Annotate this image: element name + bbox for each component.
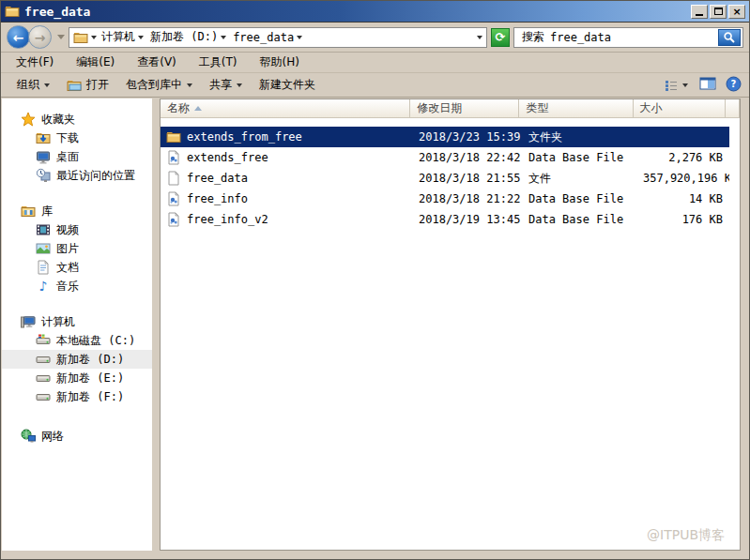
- menu-file[interactable]: 文件(F): [7, 53, 63, 72]
- sidebar-item-desktop[interactable]: 桌面: [2, 147, 152, 166]
- search-input[interactable]: free_data: [550, 31, 712, 44]
- address-bar[interactable]: 计算机 新加卷 (D:) free_data: [69, 27, 487, 48]
- file-type: Data Base File: [522, 192, 636, 205]
- sidebar-item-local-disk-c[interactable]: 本地磁盘 (C:): [2, 331, 152, 350]
- command-toolbar: 组织 打开 包含到库中 共享 新建文件夹: [1, 73, 749, 98]
- maximize-button[interactable]: [710, 5, 727, 19]
- minimize-icon: [696, 14, 703, 16]
- chevron-down-icon: [187, 83, 192, 87]
- file-row-free-data[interactable]: free_data 2018/3/18 21:55 文件 357,920,196…: [161, 168, 729, 189]
- file-rows: extends_from_free 2018/3/23 15:39 文件夹 ex…: [161, 127, 740, 230]
- sidebar-item-videos[interactable]: 视频: [2, 220, 152, 239]
- organize-button[interactable]: 组织: [8, 74, 58, 96]
- sidebar-label: 音乐: [56, 279, 79, 295]
- breadcrumb-arrow-icon[interactable]: [138, 36, 144, 39]
- main-area: 收藏夹 下载 桌面 最近访问的位置: [2, 98, 748, 558]
- forward-button[interactable]: →: [28, 25, 52, 49]
- menu-tools[interactable]: 工具(T): [190, 53, 247, 72]
- column-label: 类型: [526, 100, 548, 116]
- pane-divider[interactable]: [152, 98, 160, 551]
- sidebar-label: 新加卷 (F:): [56, 389, 124, 405]
- file-icon: [166, 171, 181, 186]
- menu-view[interactable]: 查看(V): [128, 53, 186, 72]
- navigation-bar: ← → 计算机 新加卷 (D:) free_data ⟳ 搜索 free_dat…: [1, 23, 749, 53]
- chevron-down-icon: [237, 83, 242, 87]
- sidebar-label: 下载: [56, 130, 79, 146]
- star-icon: [21, 112, 36, 127]
- search-button[interactable]: [718, 29, 741, 46]
- breadcrumb-computer[interactable]: 计算机: [99, 29, 145, 45]
- search-box[interactable]: 搜索 free_data: [513, 27, 743, 48]
- breadcrumb-arrow-icon[interactable]: [221, 36, 226, 39]
- sidebar-label: 库: [41, 204, 53, 219]
- recent-pages-dropdown[interactable]: [57, 35, 65, 39]
- sidebar-label: 新加卷 (E:): [56, 371, 124, 386]
- sidebar-group-computer[interactable]: 计算机: [2, 312, 152, 331]
- minimize-button[interactable]: [691, 5, 708, 19]
- breadcrumb-free-data[interactable]: free_data: [231, 31, 304, 44]
- share-label: 共享: [209, 77, 232, 93]
- column-header-date[interactable]: 修改日期: [410, 99, 519, 117]
- file-date: 2018/3/19 13:45: [412, 213, 522, 226]
- menu-bar: 文件(F) 编辑(E) 查看(V) 工具(T) 帮助(H): [1, 53, 749, 73]
- search-label: 搜索: [522, 29, 544, 45]
- file-row-free-info[interactable]: free_info 2018/3/18 21:22 Data Base File…: [161, 189, 729, 209]
- file-row-extends-from-free[interactable]: extends_from_free 2018/3/23 15:39 文件夹: [161, 127, 729, 147]
- help-button[interactable]: ?: [726, 76, 742, 95]
- sidebar-item-pictures[interactable]: 图片: [2, 239, 152, 258]
- menu-help[interactable]: 帮助(H): [251, 53, 309, 72]
- database-file-icon: [166, 191, 181, 206]
- address-history-dropdown[interactable]: [477, 36, 482, 39]
- back-arrow-icon: ←: [13, 31, 24, 44]
- file-name: extends_from_free: [187, 130, 302, 144]
- drive-icon: [36, 371, 51, 386]
- new-folder-button[interactable]: 新建文件夹: [251, 74, 324, 96]
- preview-pane-button[interactable]: [699, 76, 716, 94]
- file-type: Data Base File: [522, 151, 636, 164]
- window-folder-icon: [5, 4, 20, 19]
- refresh-button[interactable]: ⟳: [491, 28, 510, 47]
- maximize-icon: [714, 8, 723, 15]
- sidebar-item-music[interactable]: ♪ 音乐: [2, 277, 152, 295]
- sidebar-group-favorites[interactable]: 收藏夹: [2, 110, 152, 129]
- network-icon: [21, 429, 36, 444]
- sidebar-item-volume-f[interactable]: 新加卷 (F:): [2, 387, 152, 406]
- file-name: extends_free: [187, 151, 268, 164]
- file-date: 2018/3/18 21:55: [412, 172, 522, 185]
- breadcrumb-volume-d[interactable]: 新加卷 (D:): [148, 29, 228, 45]
- help-icon: ?: [726, 76, 742, 92]
- file-row-free-info-v2[interactable]: free_info_v2 2018/3/19 13:45 Data Base F…: [161, 209, 729, 230]
- file-type: 文件: [522, 171, 636, 187]
- back-button[interactable]: ←: [7, 25, 30, 49]
- column-header-size[interactable]: 大小: [634, 99, 726, 117]
- menu-edit[interactable]: 编辑(E): [67, 53, 124, 72]
- breadcrumb-arrow-icon[interactable]: [91, 36, 97, 39]
- sidebar-item-volume-e[interactable]: 新加卷 (E:): [2, 369, 152, 387]
- sidebar-item-documents[interactable]: 文档: [2, 258, 152, 277]
- close-button[interactable]: ×: [728, 5, 745, 19]
- sidebar-item-recent-places[interactable]: 最近访问的位置: [2, 166, 152, 185]
- list-view-icon: [664, 78, 679, 93]
- desktop-icon: [36, 149, 51, 164]
- recent-places-icon: [36, 168, 51, 183]
- breadcrumb-arrow-icon[interactable]: [297, 36, 302, 39]
- chevron-down-icon: [44, 83, 50, 87]
- sidebar-group-network[interactable]: 网络: [2, 427, 152, 446]
- sidebar-item-downloads[interactable]: 下载: [2, 129, 152, 147]
- sort-ascending-icon: [194, 106, 202, 111]
- watermark: @ITPUB博客: [647, 527, 725, 544]
- breadcrumb-label: 新加卷 (D:): [150, 29, 218, 45]
- explorer-window: free_data × ← → 计算机 新加卷 (D:) free_data: [0, 0, 750, 560]
- include-in-library-button[interactable]: 包含到库中: [117, 74, 201, 96]
- column-label: 大小: [640, 100, 663, 116]
- column-header-name[interactable]: 名称: [161, 99, 410, 117]
- sidebar-item-volume-d[interactable]: 新加卷 (D:): [2, 350, 152, 369]
- change-view-button[interactable]: [662, 75, 690, 96]
- column-header-type[interactable]: 类型: [519, 99, 633, 117]
- open-button[interactable]: 打开: [58, 74, 117, 96]
- libraries-icon: [21, 204, 36, 219]
- file-row-extends-free[interactable]: extends_free 2018/3/18 22:42 Data Base F…: [161, 147, 729, 168]
- column-header-stub: [726, 99, 740, 117]
- sidebar-group-libraries[interactable]: 库: [2, 202, 152, 220]
- share-button[interactable]: 共享: [201, 74, 251, 96]
